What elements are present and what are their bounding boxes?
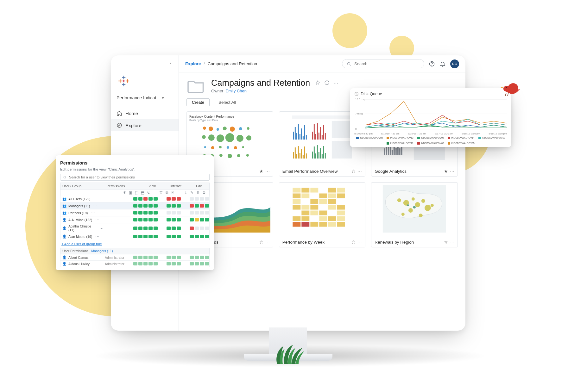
- perm-cell[interactable]: [154, 235, 158, 238]
- more-icon[interactable]: ⋯: [357, 169, 362, 174]
- search-field[interactable]: [354, 61, 420, 66]
- perm-cell[interactable]: [195, 235, 199, 238]
- permissions-search-field[interactable]: [68, 175, 207, 179]
- more-icon[interactable]: ⋯: [94, 234, 101, 239]
- perm-cell[interactable]: [205, 204, 209, 208]
- perm-cell[interactable]: [138, 197, 142, 201]
- perm-cell[interactable]: [205, 235, 209, 238]
- breadcrumb-root[interactable]: Explore: [185, 61, 201, 66]
- perm-cell[interactable]: [177, 211, 181, 215]
- perm-cell[interactable]: [133, 197, 137, 201]
- perm-cell[interactable]: [190, 211, 194, 215]
- perm-cell[interactable]: [205, 218, 209, 221]
- info-icon[interactable]: [324, 80, 330, 86]
- perm-cell[interactable]: [195, 227, 199, 230]
- perm-cell[interactable]: [200, 227, 204, 230]
- add-rule-link[interactable]: + Add a user or group rule: [60, 240, 103, 248]
- star-icon[interactable]: ☆: [351, 240, 356, 245]
- permission-row[interactable]: 👥Partners (19)⋯: [60, 209, 210, 216]
- perm-cell[interactable]: [190, 235, 194, 238]
- owner-link[interactable]: Emily Chen: [226, 89, 247, 93]
- perm-cell[interactable]: [154, 197, 158, 201]
- perm-cell[interactable]: [177, 235, 181, 238]
- perm-cell[interactable]: [167, 211, 171, 215]
- more-icon[interactable]: ⋯: [265, 169, 270, 174]
- more-icon[interactable]: ⋯: [98, 226, 105, 231]
- perm-cell[interactable]: [190, 227, 194, 230]
- help-icon[interactable]: [429, 61, 435, 67]
- perm-cell[interactable]: [133, 211, 137, 215]
- project-selector[interactable]: Performance Indicat... ▾: [117, 95, 173, 100]
- permission-row[interactable]: 👤Agatha Christie (11)⋯: [60, 223, 210, 233]
- perm-cell[interactable]: [143, 235, 148, 238]
- star-icon[interactable]: ☆: [351, 169, 356, 174]
- perm-cell[interactable]: [177, 197, 181, 201]
- sidebar-item-explore[interactable]: Explore: [111, 119, 179, 131]
- perm-cell[interactable]: [133, 235, 137, 238]
- perm-cell[interactable]: [143, 227, 148, 230]
- perm-cell[interactable]: [177, 204, 181, 208]
- perm-cell[interactable]: [154, 211, 158, 215]
- perm-cell[interactable]: [138, 211, 142, 215]
- perm-cell[interactable]: [200, 218, 204, 221]
- star-icon[interactable]: ☆: [444, 240, 448, 245]
- perm-cell[interactable]: [177, 227, 181, 230]
- perm-cell[interactable]: [205, 227, 209, 230]
- notifications-icon[interactable]: [439, 61, 446, 67]
- perm-cell[interactable]: [195, 197, 199, 201]
- more-icon[interactable]: ⋯: [450, 169, 454, 174]
- perm-cell[interactable]: [138, 227, 142, 230]
- user-permission-row[interactable]: 👤Aldous HuxleyAdministrator: [60, 261, 210, 267]
- more-icon[interactable]: ⋯: [90, 210, 96, 215]
- card-renewals-region[interactable]: Renewals by Region ☆ ⋯: [371, 182, 458, 247]
- perm-cell[interactable]: [172, 218, 176, 221]
- perm-cell[interactable]: [148, 211, 153, 215]
- more-icon[interactable]: ⋯: [94, 217, 101, 222]
- more-icon[interactable]: ⋯: [357, 240, 362, 245]
- permission-row[interactable]: 👤A.A. Milne (122)⋯: [60, 216, 210, 223]
- perm-cell[interactable]: [172, 211, 176, 215]
- perm-cell[interactable]: [138, 218, 142, 221]
- perm-cell[interactable]: [143, 197, 148, 201]
- perm-cell[interactable]: [143, 211, 148, 215]
- perm-cell[interactable]: [167, 218, 171, 221]
- perm-cell[interactable]: [148, 235, 153, 238]
- perm-cell[interactable]: [148, 197, 153, 201]
- perm-cell[interactable]: [195, 218, 199, 221]
- perm-cell[interactable]: [133, 204, 137, 208]
- perm-cell[interactable]: [154, 218, 158, 221]
- permission-row[interactable]: 👥Managers (11)⋯: [60, 202, 210, 209]
- perm-cell[interactable]: [148, 218, 153, 221]
- perm-cell[interactable]: [172, 227, 176, 230]
- more-icon[interactable]: ⋯: [92, 196, 99, 201]
- sidebar-item-home[interactable]: Home: [111, 107, 179, 119]
- perm-cell[interactable]: [205, 197, 209, 201]
- perm-cell[interactable]: [138, 204, 142, 208]
- perm-cell[interactable]: [138, 235, 142, 238]
- perm-cell[interactable]: [133, 227, 137, 230]
- perm-cell[interactable]: [148, 204, 153, 208]
- more-icon[interactable]: ⋯: [92, 203, 98, 208]
- star-icon[interactable]: ☆: [259, 240, 263, 245]
- permissions-search[interactable]: [60, 174, 210, 181]
- perm-cell[interactable]: [200, 211, 204, 215]
- more-icon[interactable]: ⋯: [450, 240, 454, 245]
- perm-cell[interactable]: [172, 204, 176, 208]
- avatar[interactable]: EC: [450, 59, 459, 68]
- more-icon[interactable]: ⋯: [333, 80, 338, 86]
- perm-cell[interactable]: [167, 227, 171, 230]
- star-icon[interactable]: [315, 80, 320, 86]
- select-all-button[interactable]: Select All: [218, 100, 236, 105]
- perm-cell[interactable]: [148, 227, 153, 230]
- perm-cell[interactable]: [167, 197, 171, 201]
- perm-cell[interactable]: [190, 218, 194, 221]
- perm-cell[interactable]: [133, 218, 137, 221]
- perm-cell[interactable]: [200, 204, 204, 208]
- search-input[interactable]: [342, 59, 424, 68]
- perm-cell[interactable]: [154, 204, 158, 208]
- perm-cell[interactable]: [190, 204, 194, 208]
- perm-cell[interactable]: [200, 235, 204, 238]
- star-icon[interactable]: ★: [444, 169, 448, 174]
- perm-cell[interactable]: [205, 211, 209, 215]
- card-performance-week[interactable]: Performance by Week ☆ ⋯: [279, 182, 366, 247]
